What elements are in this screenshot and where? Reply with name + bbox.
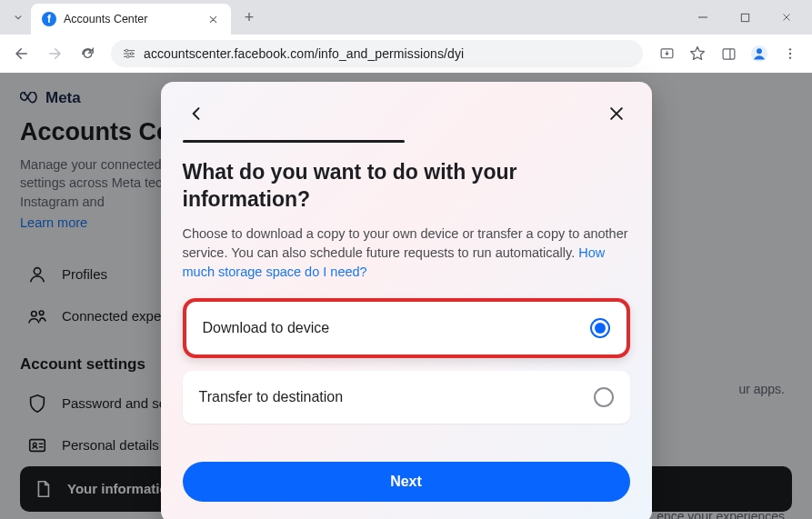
window-controls: [683, 4, 807, 31]
reload-button[interactable]: [73, 39, 102, 68]
tab-close-button[interactable]: [206, 12, 220, 26]
sidepanel-button[interactable]: [714, 39, 743, 68]
progress-bar: [183, 140, 405, 143]
browser-toolbar: accountscenter.facebook.com/info_and_per…: [0, 35, 812, 73]
browser-chrome: f Accounts Center + accountscenter.face: [0, 0, 812, 74]
option-label: Download to device: [203, 320, 330, 336]
bookmark-button[interactable]: [683, 39, 712, 68]
close-window-button[interactable]: [767, 4, 807, 31]
new-tab-button[interactable]: +: [236, 5, 262, 30]
option-label: Transfer to destination: [199, 389, 344, 405]
svg-rect-0: [741, 14, 748, 21]
tune-icon: [122, 47, 136, 60]
browser-tab[interactable]: f Accounts Center: [31, 4, 231, 35]
arrow-left-icon: [14, 45, 30, 62]
install-button[interactable]: [652, 39, 681, 68]
toolbar-right: [652, 39, 805, 68]
forward-button[interactable]: [40, 39, 69, 68]
option-download-to-device[interactable]: Download to device: [183, 298, 630, 358]
modal-back-button[interactable]: [183, 100, 210, 127]
maximize-button[interactable]: [725, 4, 765, 31]
minimize-icon: [697, 12, 708, 23]
close-icon: [607, 105, 626, 123]
radio-selected-icon: [590, 318, 610, 338]
svg-point-1: [125, 49, 128, 52]
next-button[interactable]: Next: [183, 462, 630, 502]
svg-point-8: [789, 48, 791, 50]
option-transfer-to-destination[interactable]: Transfer to destination: [183, 371, 630, 424]
chevron-down-icon: [12, 11, 25, 24]
tab-strip: f Accounts Center +: [0, 0, 812, 35]
download-info-modal: What do you want to do with your informa…: [161, 82, 652, 519]
chevron-left-icon: [187, 105, 206, 123]
close-icon: [208, 15, 218, 25]
radio-unselected-icon: [594, 387, 614, 407]
arrow-right-icon: [46, 45, 63, 62]
svg-point-7: [757, 48, 762, 54]
install-icon: [659, 46, 675, 62]
svg-point-10: [789, 56, 791, 58]
url-bar[interactable]: accountscenter.facebook.com/info_and_per…: [111, 40, 643, 67]
profile-button[interactable]: [745, 39, 774, 68]
close-icon: [781, 12, 792, 23]
svg-point-3: [126, 55, 129, 58]
star-icon: [689, 45, 706, 62]
menu-button[interactable]: [776, 39, 805, 68]
svg-point-2: [130, 53, 133, 55]
tab-search-button[interactable]: [5, 5, 31, 30]
modal-title: What do you want to do with your informa…: [183, 159, 630, 214]
svg-rect-5: [723, 48, 735, 58]
url-text: accountscenter.facebook.com/info_and_per…: [144, 46, 464, 61]
maximize-icon: [740, 13, 750, 23]
modal-description: Choose to download a copy to your own de…: [183, 225, 630, 282]
modal-close-button[interactable]: [603, 100, 630, 127]
minimize-button[interactable]: [683, 4, 723, 31]
modal-header: [183, 100, 630, 127]
kebab-icon: [783, 46, 797, 61]
tab-title: Accounts Center: [64, 13, 198, 25]
facebook-favicon: f: [42, 12, 56, 26]
modal-description-text: Choose to download a copy to your own de…: [183, 226, 628, 260]
profile-icon: [749, 44, 769, 64]
svg-point-9: [789, 53, 791, 55]
reload-icon: [80, 46, 95, 62]
panel-icon: [721, 46, 737, 62]
back-button[interactable]: [7, 39, 36, 68]
site-settings-icon[interactable]: [122, 47, 136, 60]
